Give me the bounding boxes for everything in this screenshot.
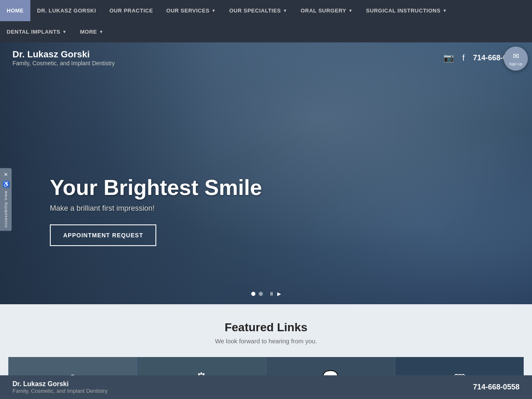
slide-dot-1[interactable] [251,292,256,296]
signup-label: Sign Up [509,62,522,66]
nav-our-specialties[interactable]: OUR SPECIALTIES ▼ [223,0,294,21]
nav-dental-implants[interactable]: DENTAL IMPLANTS ▼ [0,21,73,42]
nav-more[interactable]: MORE ▼ [73,21,110,42]
appointment-request-button[interactable]: APPOINTMENT REQUEST [50,224,156,246]
nav-oral-surgery[interactable]: ORAL SURGERY ▼ [294,0,359,21]
nav-row-2: DENTAL IMPLANTS ▼ MORE ▼ [0,21,532,42]
footer-title: Dr. Lukasz Gorski [12,380,108,388]
instagram-icon[interactable]: 📷 [443,53,454,63]
pause-icon[interactable]: ⏸ [269,291,274,297]
hero-logo: Dr. Lukasz Gorski Family, Cosmetic, and … [12,49,115,66]
next-icon[interactable]: ▶ [277,291,281,297]
slider-controls: ⏸ ▶ [251,291,281,297]
footer-bar: Dr. Lukasz Gorski Family, Cosmetic, and … [0,375,532,399]
logo-title: Dr. Lukasz Gorski [12,49,115,60]
accessibility-close[interactable]: ✕ [4,172,8,177]
nav-row-1: HOME DR. LUKASZ GORSKI OUR PRACTICE OUR … [0,0,532,21]
logo-subtitle: Family, Cosmetic, and Implant Dentistry [12,60,115,66]
nav-surgical-instructions[interactable]: SURGICAL INSTRUCTIONS ▼ [360,0,454,21]
specialties-dropdown-arrow: ▼ [283,8,287,13]
featured-subtitle: We look forward to hearing from you. [8,337,524,345]
hero-subheading: Make a brilliant first impression! [50,204,262,213]
accessibility-sidebar: ✕ ♿ Accessibility View [0,168,12,231]
hero-header: Dr. Lukasz Gorski Family, Cosmetic, and … [0,42,532,73]
footer-phone[interactable]: 714-668-0558 [473,383,520,392]
nav-dr-gorski[interactable]: DR. LUKASZ GORSKI [30,0,103,21]
oral-surgery-dropdown-arrow: ▼ [348,8,352,13]
implants-dropdown-arrow: ▼ [62,30,66,34]
footer-subtitle: Family, Cosmetic, and Implant Dentistry [12,388,108,394]
nav-home[interactable]: HOME [0,0,30,21]
services-dropdown-arrow: ▼ [212,8,216,13]
surgical-dropdown-arrow: ▼ [443,8,447,13]
mail-icon: ✉ [513,52,519,61]
nav-our-practice[interactable]: OUR PRACTICE [103,0,160,21]
hero-heading: Your Brightest Smile [50,175,262,200]
more-dropdown-arrow: ▼ [99,30,103,34]
accessibility-icon: ♿ [2,181,10,187]
figure-overlay [0,42,532,304]
slide-dot-2[interactable] [259,292,263,296]
featured-title: Featured Links [8,321,524,334]
hero-content: Your Brightest Smile Make a brilliant fi… [50,175,262,246]
nav-our-services[interactable]: OUR SERVICES ▼ [160,0,222,21]
main-nav: HOME DR. LUKASZ GORSKI OUR PRACTICE OUR … [0,0,532,42]
signup-button[interactable]: ✉ Sign Up [504,47,528,71]
footer-logo: Dr. Lukasz Gorski Family, Cosmetic, and … [12,380,108,394]
facebook-icon[interactable]: f [462,53,465,63]
accessibility-label: Accessibility View [4,191,8,228]
hero-section: Dr. Lukasz Gorski Family, Cosmetic, and … [0,42,532,304]
